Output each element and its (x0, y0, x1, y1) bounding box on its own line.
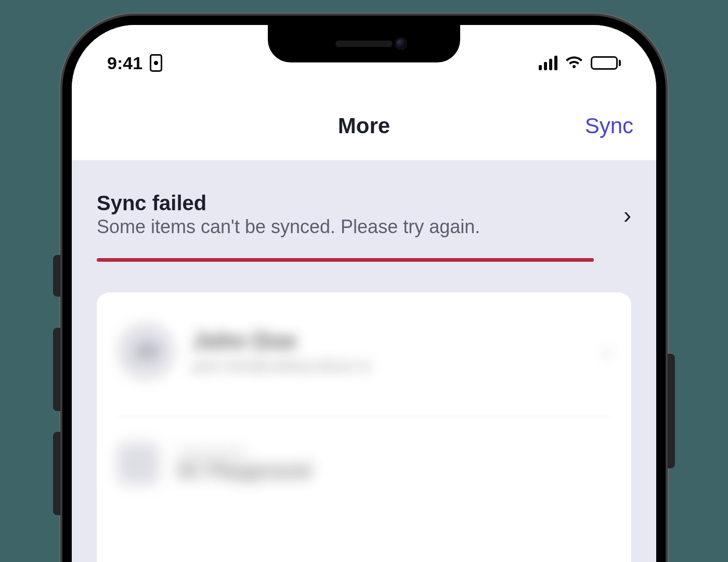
sync-status-banner[interactable]: Sync failed Some items can't be synced. … (72, 160, 656, 263)
banner-underline (97, 258, 594, 262)
speaker-grille (335, 41, 393, 47)
volume-down-button (53, 432, 60, 515)
sim-icon (150, 54, 162, 72)
cellular-icon (539, 56, 557, 70)
battery-icon (591, 56, 621, 70)
volume-up-button (53, 328, 60, 411)
sync-button[interactable]: Sync (585, 113, 633, 138)
chevron-right-icon: › (623, 203, 631, 227)
status-time: 9:41 (107, 53, 142, 73)
chevron-right-icon: › (604, 340, 610, 363)
avatar: JD (118, 323, 175, 380)
screen: 9:41 More Sync Sync fail (72, 25, 656, 562)
profile-name: John Doe (192, 328, 371, 354)
org-value: SC Playground (177, 460, 311, 482)
device-notch (268, 25, 460, 62)
profile-row[interactable]: JD John Doe jack.han@safetyculture.io › (118, 323, 610, 380)
profile-email: jack.han@safetyculture.io (192, 357, 371, 375)
org-row[interactable]: Organization SC Playground (118, 443, 610, 484)
wifi-icon (565, 56, 583, 70)
settings-card: JD John Doe jack.han@safetyculture.io › … (97, 292, 631, 562)
mute-switch (53, 255, 60, 297)
org-label: Organization (177, 445, 311, 460)
device-frame: 9:41 More Sync Sync fail (62, 16, 666, 562)
nav-header: More Sync (72, 92, 656, 160)
organization-icon (118, 443, 159, 484)
power-button (668, 354, 675, 468)
page-title: More (338, 113, 390, 138)
banner-title: Sync failed (97, 191, 613, 215)
banner-message: Some items can't be synced. Please try a… (97, 216, 613, 238)
front-camera (395, 37, 407, 50)
divider (118, 416, 610, 417)
